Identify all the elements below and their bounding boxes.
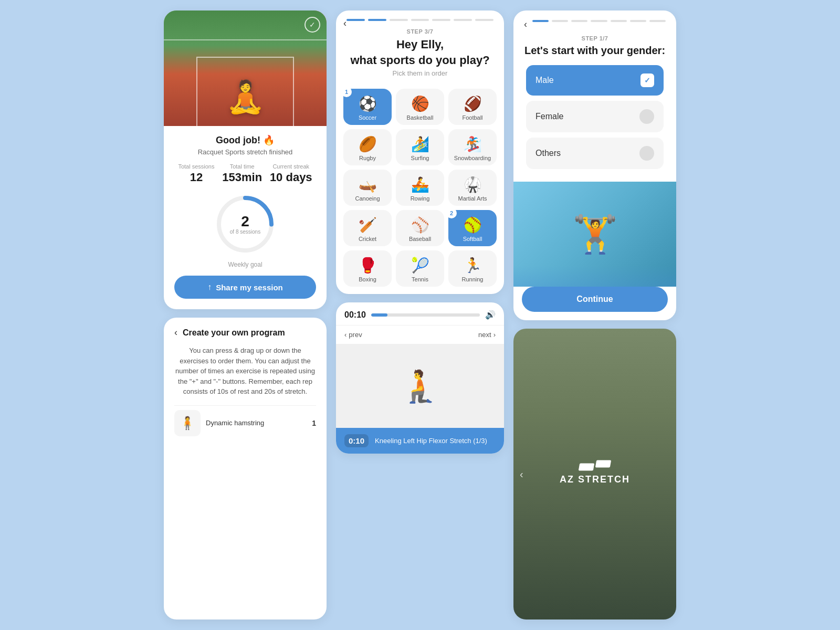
sport-item-football[interactable]: 🏈Football [448,89,497,125]
sport-item-snowboarding[interactable]: 🏂Snowboarding [448,129,497,165]
gender-option-female[interactable]: Female [526,101,664,132]
sport-name: Baseball [409,236,431,242]
gender-label: Others [536,149,561,158]
sport-name: Running [462,276,484,282]
timer-progress-bar [371,313,480,317]
next-label: next [478,331,491,339]
sport-emoji: 🏄 [411,135,429,153]
az-stripe-1 [579,464,594,471]
az-icon [560,464,630,471]
sport-item-martial-arts[interactable]: 🥋Martial Arts [448,170,497,206]
sports-header-question: what sports do you play? [346,54,494,67]
exercise-item: 🧍 Dynamic hamstring 1 [174,405,316,440]
step-label: STEP 3/7 [346,28,494,35]
right-column: ‹ STEP 1/7 Let's start with your gender:… [513,10,676,620]
sport-name: Rugby [359,155,376,161]
create-title: Create your own program [183,328,285,338]
sport-name: Rowing [411,195,430,202]
sport-item-canoeing[interactable]: 🛶Canoeing [343,170,392,206]
progress-segment-2 [368,19,386,21]
exercise-number: 1 [312,419,316,427]
sports-back-arrow[interactable]: ‹ [343,18,346,29]
timer-row: 00:10 🔊 [344,310,496,320]
back-row: ‹ Create your own program [174,327,316,338]
gender-selection-card: ‹ STEP 1/7 Let's start with your gender:… [513,10,676,320]
sport-name: Tennis [412,276,428,282]
sports-selection-card: ‹ STEP 3/7 Hey Elly, what sports do you … [336,10,504,294]
sport-item-baseball[interactable]: ⚾Baseball [396,210,444,246]
next-icon: › [494,331,496,339]
gender-progress-4 [591,20,607,22]
next-button[interactable]: next › [478,331,496,339]
progress-segment-5 [432,19,450,21]
share-session-button[interactable]: ↑ Share my session [174,276,316,299]
az-back-arrow[interactable]: ‹ [520,468,523,480]
sport-emoji: ⚾ [411,216,429,234]
exercise-name: Dynamic hamstring [206,419,307,427]
weekly-goal-label: Weekly goal [174,261,316,268]
exercise-description: Kneeling Left Hip Flexor Stretch (1/3) [375,437,487,445]
exercise-nav: ‹ prev next › [336,326,504,344]
goodjob-title: Good job! 🔥 [174,134,316,146]
gender-toggle [640,74,654,87]
gender-progress-6 [630,20,646,22]
gender-progress-5 [611,20,627,22]
gender-option-male[interactable]: Male [526,65,664,96]
exercise-thumbnail: 🧍 [174,410,201,436]
goodjob-card: 🧘 ✓ Good job! 🔥 Racquet Sports stretch f… [164,10,327,309]
prev-icon: ‹ [344,331,346,339]
sport-item-running[interactable]: 🏃Running [448,250,497,287]
sport-emoji: ⚽ [359,95,377,112]
sport-item-rowing[interactable]: 🚣Rowing [396,170,444,206]
sound-icon[interactable]: 🔊 [485,310,496,320]
continue-button[interactable]: Continue [522,287,668,312]
ring-text: 2 of 8 sessions [230,214,260,235]
sport-name: Basketball [407,114,434,121]
progress-ring: 2 of 8 sessions [214,193,277,256]
az-logo-text: AZ STRETCH [560,474,630,485]
progress-bar [346,19,494,21]
exercise-footer: 0:10 Kneeling Left Hip Flexor Stretch (1… [336,428,504,454]
sport-item-rugby[interactable]: 🏉Rugby [343,129,392,165]
sport-emoji: 🥊 [359,257,377,274]
gender-label: Female [536,112,563,121]
timer-top: 00:10 🔊 [336,302,504,326]
sport-emoji: 🏈 [464,95,482,112]
gender-back-arrow[interactable]: ‹ [524,19,527,30]
sport-item-cricket[interactable]: 🏏Cricket [343,210,392,246]
left-column: 🧘 ✓ Good job! 🔥 Racquet Sports stretch f… [164,10,327,620]
sport-item-softball[interactable]: 2🥎Softball [448,210,497,246]
progress-segment-3 [390,19,408,21]
create-program-card: ‹ Create your own program You can press … [164,318,327,620]
stat-sessions: Total sessions 12 [178,163,214,184]
timer-progress-fill [371,313,387,317]
sport-item-boxing[interactable]: 🥊Boxing [343,250,392,287]
back-arrow-icon[interactable]: ‹ [174,327,177,338]
gender-title: Let's start with your gender: [524,45,666,57]
gender-toggle [639,146,654,161]
gender-toggle [639,109,654,124]
sport-emoji: 🏃 [464,257,482,274]
prev-button[interactable]: ‹ prev [344,331,362,339]
middle-column: ‹ STEP 3/7 Hey Elly, what sports do you … [336,10,504,620]
sport-item-tennis[interactable]: 🎾Tennis [396,250,444,287]
sport-name: Boxing [359,276,376,282]
sport-item-basketball[interactable]: 🏀Basketball [396,89,444,125]
sport-name: Soccer [359,114,376,121]
sport-emoji: 🚣 [411,176,429,193]
progress-segment-4 [411,19,429,21]
goodjob-subtitle: Racquet Sports stretch finished [174,148,316,156]
time-display: 00:10 [344,310,366,320]
share-label: Share my session [216,283,283,292]
gender-step-label: STEP 1/7 [524,35,666,41]
stat-time: Total time 153min [222,163,262,184]
sport-emoji: 🥎 [464,216,482,234]
sport-item-surfing[interactable]: 🏄Surfing [396,129,444,165]
sports-header-name: Hey Elly, [346,38,494,51]
ring-number: 2 [230,214,260,229]
sport-emoji: 🏀 [411,95,429,112]
sport-item-soccer[interactable]: 1⚽Soccer [343,89,392,125]
hero-image: 🧘 ✓ [164,10,327,126]
prev-label: prev [349,331,362,339]
gender-option-others[interactable]: Others [526,138,664,169]
